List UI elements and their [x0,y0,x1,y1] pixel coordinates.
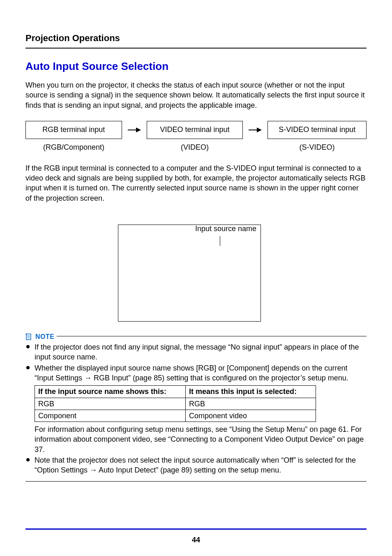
flow-sub-svideo: (S-VIDEO) [267,143,367,152]
input-source-table: If the input source name shows this: It … [35,385,316,422]
note-text: If the projector does not find any input… [35,343,359,361]
intro-paragraph: When you turn on the projector, it check… [25,80,367,110]
svg-marker-1 [136,127,141,132]
flow-subrow: (RGB/Component) (VIDEO) (S-VIDEO) [25,143,367,152]
note-list: If the projector does not find any input… [25,342,367,475]
note-item: Whether the displayed input source name … [35,363,367,454]
note-item: If the projector does not find any input… [35,342,367,362]
note-icon [25,333,32,341]
arrow-right-icon [128,126,141,134]
note-item: Note that the projector does not select … [35,455,367,475]
note-text: Note that the projector does not select … [35,456,356,474]
flow-diagram: RGB terminal input VIDEO terminal input … [25,121,367,139]
table-cell: RGB [35,398,186,410]
page-number: 44 [0,536,392,544]
table-header: It means this input is selected: [186,386,316,398]
note-bottom-rule [25,481,367,482]
table-row: Component Component video [35,410,316,422]
note-text: For information about configuring setup … [35,425,364,454]
heading-rule [25,48,367,49]
page-title: Auto Input Source Selection [25,60,367,73]
table-row: If the input source name shows this: It … [35,386,316,398]
flow-sub-rgb: (RGB/Component) [25,143,122,152]
note-rule [57,336,367,336]
note-text: Whether the displayed input source name … [35,364,348,382]
projection-screen-box [118,225,261,322]
table-cell: Component [35,410,186,422]
flow-box-svideo: S-VIDEO terminal input [267,121,367,139]
page: Projection Operations Auto Input Source … [0,0,392,556]
table-cell: Component video [186,410,316,422]
section-heading: Projection Operations [25,33,367,44]
note-label: NOTE [35,333,54,341]
arrow-right-icon [249,126,262,134]
svg-marker-3 [257,127,262,132]
table-row: RGB RGB [35,398,316,410]
flow-box-video: VIDEO terminal input [147,121,243,139]
table-header: If the input source name shows this: [35,386,186,398]
after-flow-paragraph: If the RGB input terminal is connected t… [25,163,367,203]
flow-box-rgb: RGB terminal input [25,121,122,139]
flow-sub-video: (VIDEO) [147,143,243,152]
footer-rule [25,528,367,530]
note-header: NOTE [25,333,367,341]
projection-diagram: Input source name [110,225,282,322]
table-cell: RGB [186,398,316,410]
